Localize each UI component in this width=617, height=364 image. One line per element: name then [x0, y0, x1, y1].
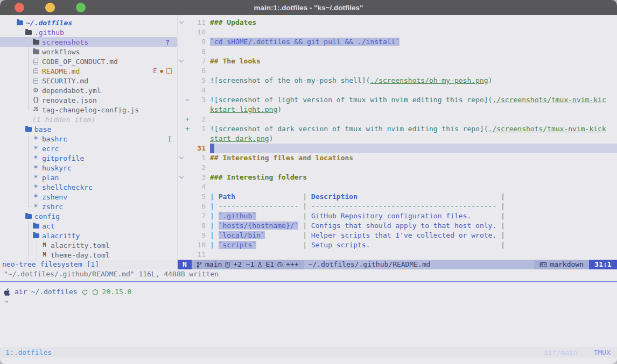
editor-line-3[interactable]: 3### Interesting folders — [178, 173, 617, 182]
line-text: ### Interesting folders — [210, 173, 617, 182]
tree-item-config[interactable]: config — [0, 211, 177, 221]
tree-item-label: bashrc — [42, 135, 67, 143]
tmux-client-name: air/main — [544, 348, 578, 356]
star-icon: * — [32, 193, 39, 201]
editor-line-5[interactable]: 5| Path | Description | — [178, 192, 617, 202]
tree-item-ecrc[interactable]: *ecrc — [0, 144, 177, 153]
fold-column — [178, 192, 185, 202]
mode-indicator: N — [178, 260, 192, 269]
tree-item-readme.md[interactable]: README.mdE● — [0, 66, 177, 76]
fold-column — [178, 202, 185, 211]
tree-item-renovate.json[interactable]: {}renovate.json — [0, 95, 177, 105]
tmux-label: TMUX — [594, 348, 611, 356]
editor-line-1[interactable]: 1## Interesting files and locations — [178, 153, 617, 163]
editor-line-7[interactable]: 7| `.github` | GitHub Repository configu… — [178, 211, 617, 221]
line-number: 11 — [193, 18, 206, 27]
tree-item-label: theme-day.toml — [51, 251, 110, 259]
shell-prompt: air ~/.dotfiles 20.15.0 — [4, 287, 617, 297]
editor-line-3[interactable]: ~3![screenshot of light version of tmux … — [178, 95, 617, 105]
fold-chevron-icon[interactable] — [179, 58, 184, 62]
editor-line-5[interactable]: 5![screenshot of the oh-my-posh shell](.… — [178, 76, 617, 85]
tree-item-label: zshrc — [42, 203, 63, 211]
line-number: 9 — [193, 231, 206, 240]
tree-item-label: config — [34, 212, 60, 220]
editor-line-11[interactable]: 11 — [178, 250, 617, 260]
editor-line-9[interactable]: 9| `local/bin` | Helper scripts that I'v… — [178, 231, 617, 240]
tree-item-screenshots[interactable]: screenshots? — [0, 37, 177, 47]
tree-item-security.md[interactable]: SECURITY.md — [0, 76, 177, 85]
tree-item-alacritty[interactable]: alacritty — [0, 231, 177, 240]
git-status-mark — [166, 68, 172, 74]
tmux-session-tab[interactable]: 1:.dotfiles — [5, 348, 52, 356]
line-number: 11 — [193, 250, 206, 260]
editor-line-wrap[interactable]: start-dark.png) — [178, 134, 617, 144]
editor-line-4[interactable]: 4 — [178, 182, 617, 192]
gitsign-column — [185, 76, 193, 85]
gear-icon: ⚙ — [32, 87, 39, 94]
close-button[interactable] — [15, 3, 24, 12]
tree-item-workflows[interactable]: workflows — [0, 47, 177, 56]
editor-line-10[interactable]: 10 — [178, 27, 617, 37]
tree-item-label: ~/.dotfiles — [26, 19, 72, 27]
tree-item-bashrc[interactable]: *bashrcI — [0, 134, 177, 144]
tree-guide-line — [28, 153, 29, 163]
tree-item-base[interactable]: base — [0, 124, 177, 134]
tree-item-act[interactable]: act — [0, 221, 177, 231]
editor-line-6[interactable]: 6 — [178, 66, 617, 76]
fold-chevron-icon[interactable] — [179, 174, 184, 179]
maximize-button[interactable] — [76, 3, 86, 12]
tree-item-shellcheckrc[interactable]: *shellcheckrc — [0, 182, 177, 192]
git-status-mark: ● — [160, 68, 163, 74]
editor-line-11[interactable]: 11### Updates — [178, 18, 617, 27]
tree-item-code-of-conduct.md[interactable]: CODE_OF_CONDUCT.md — [0, 56, 177, 66]
editor-line-10[interactable]: 10| `scripts` | Setup scripts. | — [178, 240, 617, 250]
editor-line-31[interactable]: 31 — [178, 144, 617, 153]
tree-item-.dotfiles[interactable]: ~/.dotfiles — [0, 18, 177, 27]
editor-line-9[interactable]: 9`cd $HOME/.dotfiles && git pull && ./in… — [178, 37, 617, 47]
tmux-pane-border[interactable] — [0, 281, 617, 282]
editor-pane: 11### Updates109`cd $HOME/.dotfiles && g… — [178, 15, 617, 269]
git-branch: main — [205, 260, 222, 269]
star-icon: * — [32, 145, 39, 152]
help-badge: ? — [165, 38, 170, 46]
folder-icon — [25, 127, 32, 132]
line-number: 3 — [193, 173, 206, 182]
folder-icon — [16, 20, 23, 25]
tree-item-zshenv[interactable]: *zshenv — [0, 192, 177, 202]
tree-item-plan[interactable]: *plan — [0, 173, 177, 182]
tree-item-zshrc[interactable]: *zshrc — [0, 202, 177, 211]
diagnostics-count: E1 — [265, 260, 274, 269]
editor-line-7[interactable]: 7## The looks — [178, 56, 617, 66]
fold-chevron-icon[interactable] — [179, 155, 184, 159]
fold-chevron-icon[interactable] — [179, 19, 184, 24]
mark-insert: I — [167, 135, 172, 143]
editor-line-wrap[interactable]: kstart-light.png) — [178, 105, 617, 115]
tree-item-label: README.md — [42, 67, 80, 75]
tree-item-1-hidden-item[interactable]: (1 hidden item) — [0, 115, 177, 124]
line-number: 3 — [193, 95, 206, 105]
tree-item-alacritty.toml[interactable]: Malacritty.toml — [0, 240, 177, 250]
tree-item-huskyrc[interactable]: *huskyrc — [0, 163, 177, 173]
editor-line-8[interactable]: 8 — [178, 47, 617, 56]
editor-line-2[interactable]: +2 — [178, 115, 617, 124]
shell-pane[interactable]: air ~/.dotfiles 20.15.0 → — [0, 287, 617, 306]
tree-item-dependabot.yml[interactable]: ⚙dependabot.yml — [0, 85, 177, 95]
editor-line-1[interactable]: +1![screenshot of dark version of tmux w… — [178, 124, 617, 134]
tree-item-tag-changelog-config.js[interactable]: JStag-changelog-config.js — [0, 105, 177, 115]
tree-item-gitprofile[interactable]: *gitprofile — [0, 153, 177, 163]
fold-column — [178, 85, 185, 95]
editor-line-4[interactable]: 4 — [178, 85, 617, 95]
editor-line-8[interactable]: 8| `hosts/{hostname}/` | Configs that sh… — [178, 221, 617, 231]
line-number: 7 — [193, 211, 206, 221]
nodejs-icon — [92, 289, 99, 296]
line-text: `cd $HOME/.dotfiles && git pull && ./ins… — [210, 37, 617, 47]
tree-item-theme-day.toml[interactable]: Mtheme-day.toml — [0, 250, 177, 260]
editor-line-2[interactable]: 2 — [178, 163, 617, 173]
editor-line-6[interactable]: 6| ------------------- | ---------------… — [178, 202, 617, 211]
line-text — [210, 144, 617, 153]
prompt-hostname: air — [15, 287, 27, 297]
line-number: 5 — [193, 76, 206, 85]
minimize-button[interactable] — [45, 3, 55, 12]
fold-column — [178, 66, 185, 76]
tree-item-.github[interactable]: .github — [0, 27, 177, 37]
